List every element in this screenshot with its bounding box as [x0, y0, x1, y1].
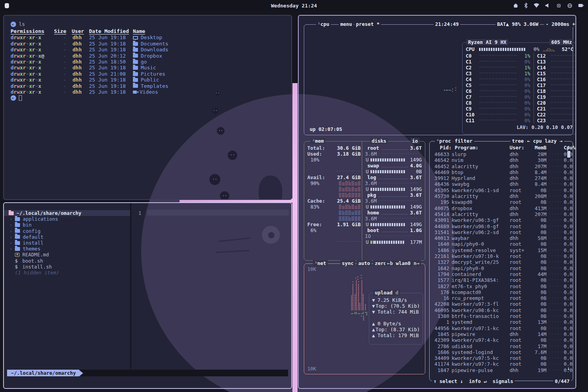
shell-prompt-empty[interactable]	[11, 95, 291, 101]
tab-proc[interactable]: ⁴proc	[435, 138, 453, 144]
process-row[interactable]: 1640napi/phy0-0root0B⠂⠂⠂⠂⠂⠂⠂⠂0.0	[432, 241, 563, 247]
scroll-down-icon[interactable]: ↓	[567, 365, 570, 371]
mem-graph: ⣿⣶⣿⣷⣿⣶⣿	[339, 180, 361, 186]
tree-item-boot-sh[interactable]: $boot.sh	[4, 258, 130, 264]
tab-cpu[interactable]: ¹cpu	[316, 21, 331, 27]
process-row[interactable]: 1686systemd-logindroot7.6M⠂⠂⠂⠂⠂⠂⠂⠂0.0	[432, 349, 563, 355]
bluetooth-icon[interactable]	[524, 3, 528, 8]
scroll-up-icon[interactable]: ↑	[567, 144, 570, 150]
process-row[interactable]: 1486systemd-resolvesyst+15M⠂⠂⠂⠂⠂⠂⠂⠂0.0	[432, 247, 563, 253]
volume-icon[interactable]	[545, 3, 550, 8]
process-row[interactable]: 1845pipewiredhh14M⠂⠂⠂⠂⠂⠂⠂⠂0.0	[432, 331, 563, 337]
filter-button[interactable]: filter	[453, 138, 474, 144]
net-sync-button[interactable]: sync	[340, 260, 355, 266]
tree-item-default[interactable]: ›default	[4, 234, 130, 240]
tree-item-themes[interactable]: ›themes	[4, 246, 130, 252]
core-name: C16	[537, 76, 550, 82]
process-row[interactable]: 1642napi/phy0-0root0B⠂⠂⠂⠂⠂⠂⠂⠂0.0	[432, 265, 563, 271]
process-row[interactable]: 1systemdroot13M⠂⠂⠂⠂⠂⠂⠂⠂0.0	[432, 319, 563, 325]
io-mode-button[interactable]: io	[410, 138, 419, 144]
process-row[interactable]: 2786udisksdroot17M⠂⠂⠂⠂⠂⠂⠂⠂0.0	[432, 343, 563, 349]
mem-graph: ⣿⣷⣿⣿⣶⣿⣿	[339, 210, 361, 216]
process-row[interactable]: 22161kworker/u97:10-kroot0B⠂⠂⠂⠂⠂⠂⠂⠂0.0	[432, 253, 563, 259]
updates-icon[interactable]	[513, 3, 518, 8]
btop-window[interactable]: ¹cpu menu preset * 21:24:49 BAT▲ 98% 3.0…	[298, 15, 576, 389]
process-row[interactable]: 40013waybardhh58M⠂⠂⠂⠂⠂⠂⠂⠂0.0	[432, 235, 563, 241]
folder-image-icon	[133, 72, 138, 76]
editor-pane[interactable]: 1	[131, 203, 290, 369]
process-row[interactable]: 43091kworker/u96:3-gfroot0B⠂⠂⠂⠂⠂⠂⠂⠂0.0	[432, 217, 563, 223]
wifi-icon[interactable]	[534, 3, 539, 8]
process-row[interactable]: 16rcu_preemptroot0B⠂⠂⠂⠂⠂⠂⠂⠂0.0	[432, 295, 563, 301]
folder-icon	[15, 217, 20, 221]
process-row[interactable]: 42309kworker/u97:4-kcroot0B⠂⠂⠂⠂⠂⠂⠂⠂0.0	[432, 337, 563, 343]
process-row[interactable]: 195kswapd0root0B⠂⠂⠂⠂⠂⠂⠂⠂0.0	[432, 199, 563, 205]
process-row[interactable]: 46469btopdhh8.4M⠂⠂⠂⠂⠂⠂⠂⠂0.0	[432, 169, 563, 175]
net-interface-switcher[interactable]: ←b wlan0 n→	[385, 260, 421, 266]
tree-item-readme-md[interactable]: MREADME.md	[4, 252, 130, 258]
update-interval-control[interactable]: - 2000ms +	[544, 21, 576, 27]
process-row[interactable]: 176kcompactd0root0B⠂⠂⠂⠂⠂⠂⠂⠂0.0	[432, 289, 563, 295]
process-row[interactable]: 46542nvimdhh30M⠂⠂⠂⠂⠂⠂⠂⠂0.0	[432, 157, 563, 163]
mem-line: Cache:25.4 GiB	[307, 198, 361, 204]
ls-header-name: Name	[133, 28, 145, 34]
process-row[interactable]: 1577irq/81-PIXA3854:root0B⠂⠂⠂⠂⠂⠂⠂⠂0.0	[432, 277, 563, 283]
process-row[interactable]: 1380btrfs-transactioroot0B⠂⠂⠂⠂⠂⠂⠂⠂0.0	[432, 313, 563, 319]
process-row[interactable]: 40075dropboxdhh413M⠂⠂⠂⠂⠂⠂⠂⠂0.0	[432, 205, 563, 211]
process-row[interactable]: 1794containerdroot44M⠂⠂⠂⠂⠂⠂⠂⠂0.0	[432, 271, 563, 277]
process-row[interactable]: 45730alacrittydhh208M⠂⠂⠂⠂⠂⠂⠂⠂0.0	[432, 193, 563, 199]
sort-column-switcher[interactable]: ← cpu lazy →	[526, 138, 564, 144]
tab-mem[interactable]: ²mem	[310, 138, 325, 144]
process-row[interactable]: 1847pipewire-pulsedhh19M⠂⠂⠂⠂⠂⠂⠂⠂0.0	[432, 367, 563, 373]
net-auto-button[interactable]: auto	[357, 260, 372, 266]
globe-icon[interactable]	[567, 3, 572, 8]
editor-window[interactable]: ~/.local/share/omarchy›applications›bin›…	[3, 202, 292, 389]
disk-activity: IO	[365, 233, 371, 239]
menu-button[interactable]: menu	[339, 21, 354, 27]
tree-item-install-sh[interactable]: $install.sh	[4, 264, 130, 270]
process-row[interactable]: 34409kworker/u97:5-kcroot0B⠂⠂⠂⠂⠂⠂⠂⠂0.0	[432, 355, 563, 361]
battery-icon[interactable]	[578, 3, 584, 8]
process-row[interactable]: 41174kworker/u97:7-kcroot0B⠂⠂⠂⠂⠂⠂⠂⠂0.0	[432, 361, 563, 367]
process-row[interactable]: 46095kworker/u98:6-kcroot0B⠂⠂⠂⠂⠂⠂⠂⠂0.0	[432, 307, 563, 313]
process-row[interactable]: 46452alacrittydhh207M⠂⠂⠂⠂⠂⠂⠂⠂0.0	[432, 163, 563, 169]
mem-graph: ⣿⣿⣿⣷⣿⣿⣿	[339, 216, 361, 221]
process-row[interactable]: 1327dmcrypt_write/25root0B⠂⠂⠂⠂⠂⠂⠂⠂0.0	[432, 259, 563, 265]
core-name: C23	[537, 118, 550, 123]
process-mem: 44M	[528, 271, 546, 277]
tab-disks[interactable]: disks	[370, 138, 388, 144]
process-row[interactable]: 45305kworker/u96:1-sdroot0B⠂⠂⠂⠂⠂⠂⠂⠂0.0	[432, 187, 563, 193]
terminal-window[interactable]: ls Permissions Size User Date Modified N…	[3, 15, 292, 200]
process-meter: ⠂⠂⠂⠂⠂⠂⠂⠂	[546, 235, 564, 241]
preset-button[interactable]: preset *	[354, 21, 381, 27]
process-row[interactable]: 46633slurpdhh28M⠂⠂⠂⠂⠂⠂⠂⠂0.0	[432, 151, 563, 157]
core-row: C11⠒⠒⠒⠒⠒⠒⠒⠒⠒⠒⠒⠒0%	[463, 118, 534, 123]
process-row[interactable]: 31541kworker/u96:2-sdroot0B⠂⠂⠂⠂⠂⠂⠂⠂0.0	[432, 229, 563, 235]
core-graph: ⠒⠒⠒⠒⠒⠒⠒⠒⠒⠒⠒⠒	[479, 82, 517, 88]
tree-root-item[interactable]: ~/.local/share/omarchy	[4, 210, 130, 216]
tree-item-bin[interactable]: ›bin	[4, 222, 130, 228]
proc-footer-controls[interactable]: ↑ select ↓ info ↵ signals	[432, 378, 515, 384]
process-mem: 208M	[528, 193, 546, 199]
process-table-header[interactable]: Pid: Program: User: MemB Cpu%	[432, 145, 563, 151]
tab-net[interactable]: ³net	[313, 260, 328, 266]
process-row[interactable]: 42208kworker/u97:3-flroot0B⠂⠂⠂⠂⠂⠂⠂⠂0.0	[432, 301, 563, 307]
tree-toggle[interactable]: tree	[510, 138, 525, 144]
process-row[interactable]: 46436swaybgdhh8.4M⠂⠂⠂⠂⠂⠂⠂⠂0.0	[432, 181, 563, 187]
spacer	[66, 34, 72, 40]
core-pct: 1%	[517, 65, 530, 71]
process-row[interactable]: 44956kworker/u97:1-kcroot0B⠂⠂⠂⠂⠂⠂⠂⠂0.0	[432, 325, 563, 331]
process-row[interactable]: 44889kworker/u96:0-gfroot0B⠂⠂⠂⠂⠂⠂⠂⠂0.0	[432, 223, 563, 229]
process-row[interactable]: 39912Hyprlanddhh274M⠂⠂⠂⠂⠂⠂⠂⠂0.0	[432, 175, 563, 181]
process-meter: ⠂⠂⠂⠂⠂⠂⠂⠂	[546, 283, 564, 289]
tree-item-applications[interactable]: ›applications	[4, 216, 130, 222]
process-row[interactable]: 1827mt76-tx phy0root0B⠂⠂⠂⠂⠂⠂⠂⠂0.0	[432, 283, 563, 289]
core-row: C15⠒⠒⠒⠒⠒⠒⠒⠒⠒⠒⠒⠒1%	[534, 71, 576, 76]
tree-item-install[interactable]: ›install	[4, 240, 130, 246]
process-name: alacritty	[452, 163, 510, 169]
disk-usage-bar	[370, 205, 405, 209]
core-graph: ⠒⠒⠒⠒⠒⠒⠒⠒⠒⠒⠒⠒	[479, 94, 517, 100]
tree-item-config[interactable]: ›config	[4, 228, 130, 234]
chip-icon[interactable]	[556, 3, 561, 8]
process-row[interactable]: 45414alacrittydhh207M⠂⠂⠂⠂⠂⠂⠂⠂0.0	[432, 211, 563, 217]
